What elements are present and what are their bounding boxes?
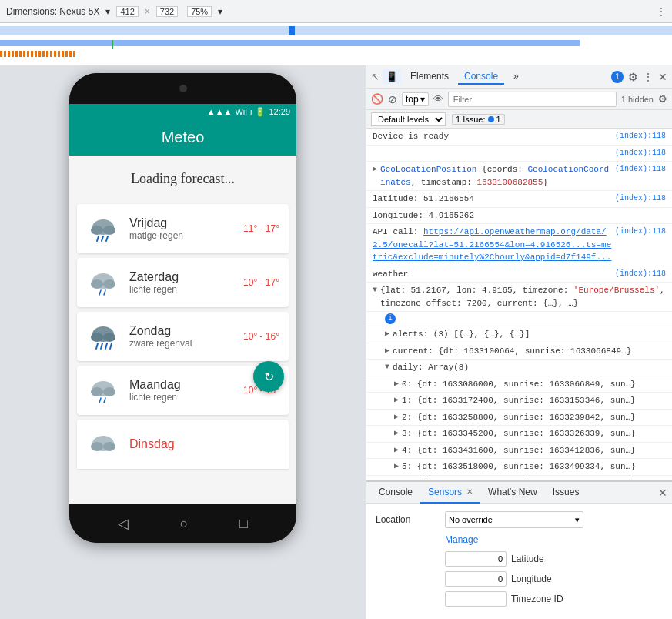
console-filename[interactable]: (index):118 [615,147,666,159]
tab-more[interactable]: » [507,69,525,85]
height-value[interactable]: 732 [156,6,178,17]
console-line-daily: daily: Array(8) [366,360,672,376]
svg-point-19 [91,387,103,396]
dropdown-chevron: ▾ [575,515,580,525]
location-row: Location No override ▾ [376,511,663,528]
tab-issues[interactable]: Issues [545,482,587,504]
console-filename[interactable]: (index):118 [615,163,666,175]
phone-header: Meteo [69,119,296,156]
console-text: 0: {dt: 1633086000, sunrise: 1633066849,… [402,378,666,391]
day-label-maandag: Maandag [129,378,234,392]
devtools-cursor-icon[interactable]: ↖ [371,71,379,82]
devtools-device-icon[interactable]: 📱 [383,69,401,84]
desc-maandag: lichte regen [129,392,234,403]
close-devtools-icon[interactable]: ✕ [658,71,667,83]
eye-icon[interactable]: 👁 [433,93,443,105]
expand-arrow[interactable] [373,163,377,175]
zoom-value[interactable]: 75% [187,6,212,17]
more-icon[interactable]: ⋮ [657,6,666,17]
perf-timeline-blue [0,26,672,35]
latitude-input[interactable] [445,551,507,567]
weather-info-dinsdag: Dinsdag [129,437,279,451]
dimensions-label: Dimensions: Nexus 5X [6,6,99,17]
console-text: 3: {dt: 1633345200, sunrise: 1633326339,… [402,427,666,440]
svg-line-15 [101,343,102,349]
expand-arrow[interactable] [394,411,399,423]
nav-recents-button[interactable]: □ [239,516,248,532]
issue-number: 1 [496,115,501,124]
console-filter-input[interactable] [448,92,617,107]
console-filename[interactable]: (index):118 [615,268,666,279]
expand-arrow[interactable] [373,284,377,296]
console-line: Device is ready (index):118 [366,129,672,146]
longitude-input[interactable] [445,571,507,587]
fab-refresh-button[interactable]: ↻ [253,361,284,392]
expand-arrow[interactable] [394,444,399,456]
console-text: API call: https://api.openweathermap.org… [373,226,612,264]
timezone-input[interactable] [445,591,507,607]
zoom-dropdown[interactable]: ▾ [218,6,222,17]
console-line-weather-obj: {lat: 51.2167, lon: 4.9165, timezone: 'E… [366,283,672,312]
console-filename[interactable]: (index):118 [615,226,666,237]
tab-whats-new[interactable]: What's New [480,482,545,504]
tab-console[interactable]: Console [458,69,504,85]
issue-badge: 1 Issue: 1 [452,114,505,125]
console-text: {lat: 51.2167, lon: 4.9165, timezone: 'E… [380,284,666,310]
time-display: 12:29 [269,107,290,116]
nav-home-button[interactable]: ○ [180,516,189,532]
console-text: 5: {dt: 1633518000, sunrise: 1633499334,… [402,460,666,473]
console-text: daily: Array(8) [393,361,666,374]
settings-icon[interactable]: ⚙ [628,71,638,83]
context-top-label: top [406,94,419,105]
svg-point-25 [103,442,115,451]
issue-dot [488,116,494,122]
phone-top-bar [69,73,296,104]
console-line-alerts: alerts: (3) [{…}, {…}, {…}] [366,326,672,343]
clear-console-icon[interactable]: ⊘ [388,93,397,105]
svg-point-1 [91,226,103,235]
expand-arrow[interactable] [394,378,399,390]
close-sensors-tab[interactable]: ✕ [466,487,473,496]
phone-status-bar: ▲▲▲ WiFi 🔋 12:29 [69,104,296,119]
svg-line-4 [102,236,103,241]
console-filename[interactable]: (index):118 [615,192,666,204]
levels-dropdown[interactable]: Default levels [371,112,446,126]
expand-arrow[interactable] [385,361,389,373]
svg-line-17 [110,343,112,349]
console-text: latitude: 51.2166554 [373,192,612,206]
console-settings-icon[interactable]: ⚙ [658,93,667,105]
dropdown-arrow[interactable]: ▾ [105,6,110,17]
close-bottom-panel-button[interactable]: ✕ [658,487,667,499]
expand-arrow[interactable] [394,427,399,439]
more-options-icon[interactable]: ⋮ [643,71,654,83]
console-line-d0: 0: {dt: 1633086000, sunrise: 1633066849,… [366,376,672,393]
blue-mark [289,26,295,35]
tab-elements[interactable]: Elements [404,69,455,85]
expand-arrow[interactable] [394,460,399,472]
day-label-zaterdag: Zaterdag [129,270,234,284]
tab-sensors[interactable]: Sensors ✕ [420,482,480,504]
whats-new-tab-label: What's New [488,487,537,497]
console-tab-label: Console [379,487,413,497]
expand-arrow[interactable] [385,345,389,356]
perf-orange-marks [0,51,672,57]
manage-button[interactable]: Manage [445,534,478,545]
tab-console-bottom[interactable]: Console [371,482,420,504]
day-label-dinsdag: Dinsdag [129,437,279,451]
wifi-icon: WiFi [235,107,252,116]
temp-zaterdag: 10° - 17° [243,277,279,288]
console-output[interactable]: Device is ready (index):118 (index):118 … [366,129,672,480]
location-dropdown[interactable]: No override ▾ [445,511,583,528]
nav-back-button[interactable]: ◁ [118,515,129,532]
console-filename[interactable]: (index):118 [615,130,666,142]
console-text: 2: {dt: 1633258800, sunrise: 1633239842,… [402,411,666,424]
location-label: Location [376,514,437,525]
stop-recording-icon[interactable]: 🚫 [371,93,383,105]
location-value: No override [449,515,493,524]
context-selector[interactable]: top ▾ [402,92,429,106]
weather-card-zondag: Zondag zware regenval 10° - 16° [77,312,289,361]
width-value[interactable]: 412 [116,6,138,17]
expand-arrow[interactable] [394,394,399,406]
expand-arrow[interactable] [385,328,389,340]
console-line-current: current: {dt: 1633100664, sunrise: 16330… [366,343,672,360]
